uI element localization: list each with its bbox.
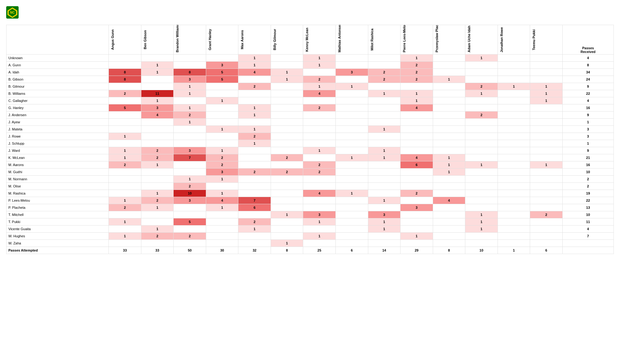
cell [433,55,465,62]
passes-received-value: 8 [562,62,613,69]
cell [498,119,530,126]
col-header-adam-idah: Adam Uche Idah [465,25,498,55]
cell [335,104,368,112]
cell [174,133,206,140]
cell: 1 [303,83,336,90]
cell [530,62,563,69]
cell [498,218,530,226]
cell: 1 [141,190,174,197]
cell [335,211,368,218]
cell [303,112,336,119]
cell [206,90,238,97]
cell: 3 [174,76,206,83]
cell [433,112,465,119]
cell: 1 [174,119,206,126]
cell: 1 [530,161,563,169]
cell [206,133,238,140]
passes-received-value: 19 [562,190,613,197]
passes-attempted-value: 50 [174,247,206,254]
cell: 1 [433,161,465,169]
cell [530,169,563,176]
table-row: Vicente Guaita11114 [7,226,614,233]
cell: 1 [271,76,303,83]
row-label: W. Hughes [7,233,109,240]
passes-attempted-value: 8 [433,247,465,254]
cell [141,76,174,83]
cell [433,126,465,133]
cell [498,62,530,69]
row-label: Vicente Guaita [7,226,109,233]
cell [238,154,271,161]
cell: 2 [238,133,271,140]
cell: 1 [206,204,238,211]
cell [433,240,465,247]
passes-received-value: 2 [562,176,613,183]
passes-attempted-value: 25 [303,247,336,254]
table-row: W. Hughes122117 [7,233,614,240]
table-row: W. Zaha1 [7,240,614,247]
cell: 1 [174,90,206,97]
cell [465,76,498,83]
cell [498,104,530,112]
cell [271,62,303,69]
cell [271,190,303,197]
row-label: P. Placheta [7,204,109,211]
cell [174,169,206,176]
row-label: A. Gunn [7,62,109,69]
cell [174,55,206,62]
cell: 1 [530,83,563,90]
cell [303,226,336,233]
cell: 2 [401,62,433,69]
cell [303,240,336,247]
passes-received-value: 9 [562,147,613,154]
cell [238,161,271,169]
cell [271,83,303,90]
row-label: P. Lees-Melou [7,197,109,204]
row-label: B. Gibson [7,76,109,83]
cell [335,161,368,169]
cell [335,204,368,211]
cell [401,83,433,90]
cell: 3 [401,204,433,211]
cell: 4 [401,154,433,161]
row-label: J. Mateta [7,126,109,133]
row-label: M. Rashica [7,190,109,197]
passes-received-value [562,240,613,247]
cell [271,176,303,183]
cell [303,176,336,183]
cell [530,154,563,161]
cell [465,140,498,147]
cell [530,112,563,119]
row-label: M. Normann [7,176,109,183]
cell: 1 [433,154,465,161]
cell [368,176,401,183]
cell: 2 [174,183,206,190]
cell [271,218,303,226]
passes-attempted-value: 32 [238,247,271,254]
cell [433,211,465,218]
cell: 1 [206,97,238,104]
cell [433,83,465,90]
cell [206,140,238,147]
cell [335,218,368,226]
cell [238,147,271,154]
cell: 10 [174,190,206,197]
cell: 1 [109,233,141,240]
col-header-przemyslaw-placheta: Przemyslaw Placheta [433,25,465,55]
cell [109,211,141,218]
row-label: M. Olise [7,183,109,190]
row-label: J. Ward [7,147,109,154]
cell [498,69,530,76]
cell: 2 [368,69,401,76]
cell [498,204,530,211]
row-label: G. Hanley [7,104,109,112]
cell [433,204,465,211]
cell [401,119,433,126]
cell [433,176,465,183]
row-label: B. Williams [7,90,109,97]
cell [401,240,433,247]
cell [141,55,174,62]
row-label: A. Idah [7,69,109,76]
cell [498,55,530,62]
cell [109,97,141,104]
